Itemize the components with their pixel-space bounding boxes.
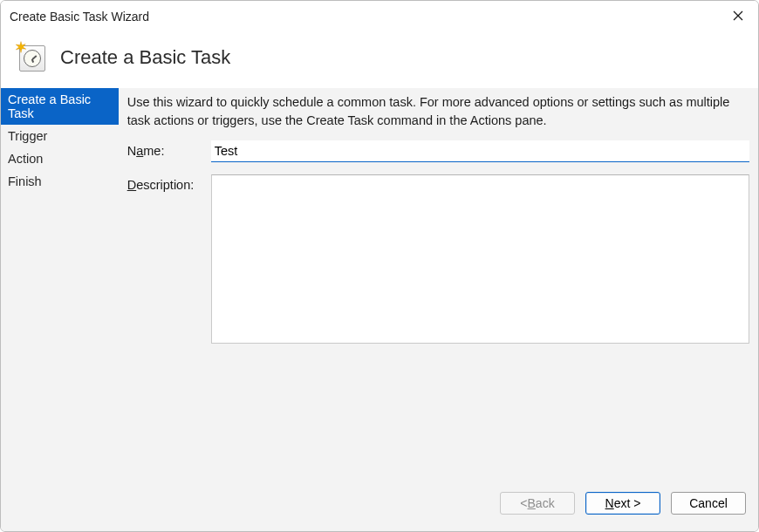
wizard-window: Create Basic Task Wizard Create a Basic … [0,0,759,532]
window-title: Create Basic Task Wizard [10,10,149,24]
back-button: < Back [500,492,575,515]
scheduled-task-icon [17,43,46,72]
wizard-footer: < Back Next > Cancel [1,481,758,531]
wizard-body: Create a Basic Task Trigger Action Finis… [1,88,758,481]
wizard-header: Create a Basic Task [1,32,758,88]
next-button[interactable]: Next > [585,492,660,515]
cancel-button[interactable]: Cancel [671,492,746,515]
name-input[interactable] [211,140,749,162]
close-icon [733,10,743,24]
svg-marker-2 [16,42,26,53]
step-trigger[interactable]: Trigger [1,125,119,147]
description-label: Description: [127,174,211,192]
description-input[interactable] [211,174,749,344]
description-row: Description: [127,174,749,344]
name-label: Name: [127,140,211,158]
close-button[interactable] [718,1,758,32]
steps-sidebar: Create a Basic Task Trigger Action Finis… [1,88,119,481]
step-action[interactable]: Action [1,147,119,170]
wizard-intro-text: Use this wizard to quickly schedule a co… [127,93,749,130]
titlebar: Create Basic Task Wizard [1,1,758,32]
wizard-content: Use this wizard to quickly schedule a co… [119,88,758,481]
step-finish[interactable]: Finish [1,170,119,193]
page-title: Create a Basic Task [60,46,230,69]
step-create-basic-task[interactable]: Create a Basic Task [1,88,119,125]
name-row: Name: [127,140,749,162]
